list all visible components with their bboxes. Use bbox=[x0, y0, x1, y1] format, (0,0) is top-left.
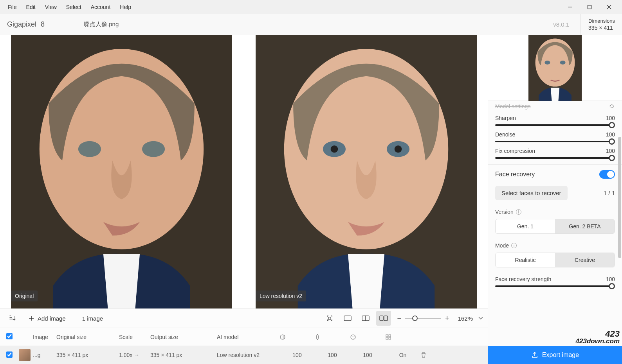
svg-point-13 bbox=[395, 145, 402, 153]
row-checkbox[interactable] bbox=[6, 351, 13, 358]
app-version: v8.0.1 bbox=[553, 21, 569, 28]
filename: 噪点人像.png bbox=[84, 21, 119, 28]
window-minimize-button[interactable] bbox=[560, 0, 580, 14]
delete-button[interactable] bbox=[420, 352, 440, 358]
fullscreen-icon[interactable] bbox=[322, 311, 337, 326]
processed-image bbox=[256, 35, 477, 308]
svg-rect-20 bbox=[380, 316, 383, 321]
add-image-label: Add image bbox=[38, 315, 66, 322]
gen2-button[interactable]: Gen. 2 BETA bbox=[555, 219, 615, 233]
right-panel: Model settings Sharpen100 Denoise100 Fix… bbox=[488, 35, 622, 364]
dimensions-box: Dimensions 335 × 411 bbox=[580, 14, 615, 35]
export-icon bbox=[531, 351, 538, 359]
row-denoise: 100 bbox=[315, 352, 350, 358]
svg-rect-27 bbox=[389, 335, 391, 337]
row-output-size: 335 × 411 px bbox=[150, 352, 217, 358]
zoom-minus-icon[interactable]: − bbox=[397, 314, 402, 323]
row-fix: On bbox=[385, 352, 420, 358]
zoom-track[interactable] bbox=[405, 318, 441, 319]
viewer-toolbar: Add image 1 image − + 162% bbox=[0, 308, 488, 328]
face-icon bbox=[350, 334, 385, 340]
select-faces-button[interactable]: Select faces to recover bbox=[495, 186, 568, 200]
app-version-short: 8 bbox=[41, 20, 45, 28]
mode-label: Mode bbox=[495, 242, 509, 249]
fix-compression-slider[interactable]: Fix compression100 bbox=[495, 148, 615, 159]
top-bar: Gigapixel 8 噪点人像.png v8.0.1 Dimensions 3… bbox=[0, 14, 622, 35]
export-button[interactable]: Export image bbox=[488, 346, 622, 364]
row-scale: 1.00x → bbox=[119, 352, 150, 358]
image-pane-original: Original bbox=[11, 35, 232, 308]
app-name: Gigapixel bbox=[7, 20, 36, 28]
app-title: Gigapixel 8 bbox=[7, 20, 45, 29]
plus-icon bbox=[28, 315, 34, 321]
row-ai-model: Low resolution v2 bbox=[217, 352, 279, 358]
svg-point-24 bbox=[352, 336, 353, 337]
menu-edit[interactable]: Edit bbox=[22, 2, 40, 13]
image-compare[interactable]: Original Low resolution v2 bbox=[0, 35, 488, 308]
preview-thumbnail[interactable] bbox=[488, 35, 622, 101]
face-count: 1 / 1 bbox=[604, 190, 615, 196]
menu-view[interactable]: View bbox=[40, 2, 61, 13]
denoise-value: 100 bbox=[606, 131, 615, 138]
face-recovery-label: Face recovery bbox=[495, 171, 535, 178]
main: Original Low resolution v2 bbox=[0, 35, 622, 364]
row-name: ...g bbox=[33, 352, 56, 358]
col-original-size: Original size bbox=[56, 334, 119, 340]
sort-icon[interactable] bbox=[5, 311, 20, 326]
menu-file[interactable]: File bbox=[3, 2, 22, 13]
reset-icon[interactable] bbox=[609, 103, 615, 109]
select-all-checkbox[interactable] bbox=[6, 333, 13, 339]
strength-slider[interactable]: Face recovery strength100 bbox=[495, 276, 615, 287]
svg-rect-26 bbox=[386, 335, 388, 337]
split-view-icon[interactable] bbox=[358, 311, 373, 326]
zoom-slider[interactable]: − + bbox=[397, 314, 449, 323]
window-maximize-button[interactable] bbox=[580, 0, 599, 14]
svg-point-32 bbox=[544, 61, 550, 65]
menu-account[interactable]: Account bbox=[86, 2, 115, 13]
row-face: 100 bbox=[350, 352, 385, 358]
svg-rect-17 bbox=[344, 316, 351, 321]
sharpen-slider[interactable]: Sharpen100 bbox=[495, 115, 615, 126]
label-processed: Low resolution v2 bbox=[256, 290, 306, 301]
svg-rect-16 bbox=[328, 317, 331, 319]
image-count: 1 image bbox=[82, 315, 103, 322]
row-thumbnail bbox=[19, 349, 31, 361]
chevron-down-icon[interactable] bbox=[478, 317, 483, 320]
creative-button[interactable]: Creative bbox=[555, 253, 615, 267]
menu-select[interactable]: Select bbox=[61, 2, 86, 13]
fix-compression-value: 100 bbox=[606, 148, 615, 154]
zoom-thumb[interactable] bbox=[412, 316, 418, 321]
gen1-button[interactable]: Gen. 1 bbox=[496, 219, 555, 233]
svg-point-7 bbox=[142, 141, 165, 157]
menu-help[interactable]: Help bbox=[115, 2, 136, 13]
svg-rect-28 bbox=[386, 337, 388, 339]
row-sharpen: 100 bbox=[279, 352, 315, 358]
zoom-value[interactable]: 162% bbox=[458, 315, 473, 322]
svg-point-25 bbox=[354, 336, 355, 337]
col-output-size: Output size bbox=[150, 334, 217, 340]
info-icon[interactable]: i bbox=[511, 243, 517, 248]
realistic-button[interactable]: Realistic bbox=[496, 253, 555, 267]
denoise-slider[interactable]: Denoise100 bbox=[495, 131, 615, 142]
col-image: Image bbox=[33, 334, 56, 340]
row-original-size: 335 × 411 px bbox=[56, 352, 119, 358]
window-close-button[interactable] bbox=[599, 0, 619, 14]
version-segmented: Gen. 1 Gen. 2 BETA bbox=[495, 219, 615, 234]
svg-rect-29 bbox=[389, 337, 391, 339]
table-header: Image Original size Scale Output size AI… bbox=[0, 328, 488, 346]
dimensions-value: 335 × 411 bbox=[588, 25, 615, 31]
single-view-icon[interactable] bbox=[340, 311, 355, 326]
svg-point-6 bbox=[78, 141, 101, 157]
export-label: Export image bbox=[542, 351, 579, 359]
side-by-side-icon[interactable] bbox=[376, 311, 391, 326]
add-image-button[interactable]: Add image bbox=[23, 311, 71, 326]
svg-point-11 bbox=[331, 145, 338, 153]
face-recovery-toggle[interactable] bbox=[599, 170, 615, 179]
svg-point-5 bbox=[40, 49, 204, 249]
table-row[interactable]: ...g 335 × 411 px 1.00x → 335 × 411 px L… bbox=[0, 346, 488, 364]
info-icon[interactable]: i bbox=[516, 209, 521, 215]
svg-rect-21 bbox=[384, 316, 388, 321]
zoom-plus-icon[interactable]: + bbox=[445, 314, 449, 323]
scrollbar[interactable] bbox=[618, 137, 622, 356]
svg-point-33 bbox=[560, 61, 566, 65]
